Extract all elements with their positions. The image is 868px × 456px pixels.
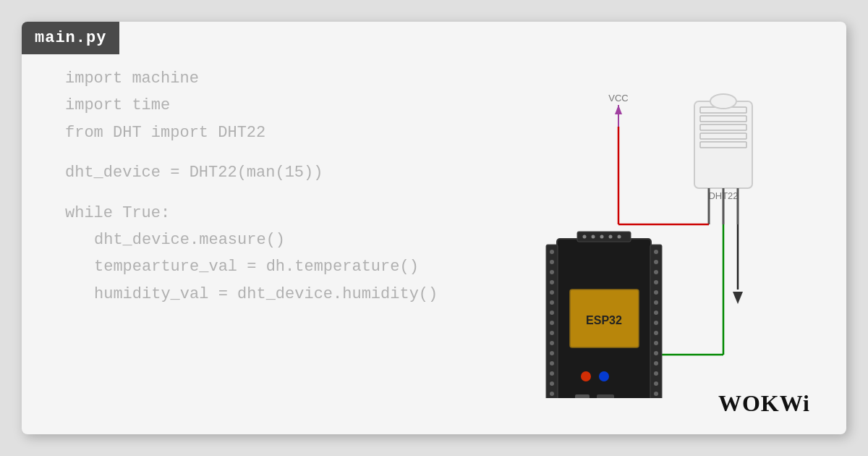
code-line-1: import machine — [65, 65, 438, 92]
code-line-8: humidity_val = dht_device.humidity() — [65, 281, 438, 308]
code-line-3: from DHT import DHT22 — [65, 119, 438, 146]
svg-point-20 — [550, 270, 554, 274]
vcc-label: VCC — [608, 93, 628, 104]
svg-point-23 — [550, 300, 554, 305]
svg-point-47 — [654, 371, 658, 376]
svg-point-42 — [654, 321, 658, 325]
svg-point-35 — [654, 250, 658, 254]
svg-point-41 — [654, 311, 658, 315]
code-line-4: dht_device = DHT22(ma​​​​​n(15)) — [65, 159, 438, 186]
main-card: main.py import machine import time from … — [22, 22, 846, 434]
component-2 — [597, 394, 614, 398]
svg-marker-1 — [615, 105, 622, 114]
dht22-body — [694, 101, 752, 188]
svg-point-57 — [599, 371, 609, 381]
svg-point-28 — [550, 351, 554, 355]
svg-point-27 — [550, 341, 554, 345]
svg-point-52 — [592, 235, 595, 239]
svg-marker-14 — [733, 292, 743, 304]
svg-point-19 — [550, 260, 554, 264]
component-1 — [575, 394, 590, 398]
svg-point-31 — [550, 381, 554, 386]
code-line-7: tempearture_val = dh​​​​.temperature() — [65, 253, 438, 280]
svg-point-7 — [710, 94, 736, 109]
svg-point-26 — [550, 331, 554, 335]
svg-point-18 — [550, 250, 554, 254]
svg-point-56 — [581, 371, 591, 381]
svg-point-39 — [654, 290, 658, 295]
circuit-area: VCC DHT22 — [485, 80, 803, 398]
svg-point-43 — [654, 331, 658, 335]
svg-point-44 — [654, 341, 658, 345]
svg-point-45 — [654, 351, 658, 355]
svg-point-53 — [600, 235, 604, 239]
code-blank-1 — [65, 146, 438, 159]
svg-point-46 — [654, 361, 658, 366]
code-line-5: while True: — [65, 200, 438, 227]
svg-point-37 — [654, 270, 658, 274]
code-line-6: dht_device.measure() — [65, 227, 438, 253]
svg-point-22 — [550, 290, 554, 295]
svg-point-40 — [654, 300, 658, 305]
file-title: main.py — [35, 29, 106, 47]
code-blank-2 — [65, 187, 438, 200]
svg-point-29 — [550, 361, 554, 366]
svg-point-49 — [654, 392, 658, 396]
title-bar: main.py — [22, 22, 119, 54]
code-line-2: import time — [65, 92, 438, 119]
circuit-diagram: VCC DHT22 — [485, 80, 803, 398]
svg-point-30 — [550, 371, 554, 376]
code-area: import machine import time from DHT impo… — [65, 65, 438, 308]
svg-point-36 — [654, 260, 658, 264]
wokwi-logo: WOKWi — [718, 390, 810, 417]
svg-point-55 — [618, 235, 621, 239]
svg-point-21 — [550, 280, 554, 284]
svg-point-25 — [550, 321, 554, 325]
svg-point-51 — [583, 235, 587, 239]
svg-point-24 — [550, 311, 554, 315]
svg-point-48 — [654, 381, 658, 386]
svg-point-54 — [609, 235, 613, 239]
esp32-label: ESP32 — [586, 314, 622, 326]
svg-point-38 — [654, 280, 658, 284]
svg-point-32 — [550, 392, 554, 396]
